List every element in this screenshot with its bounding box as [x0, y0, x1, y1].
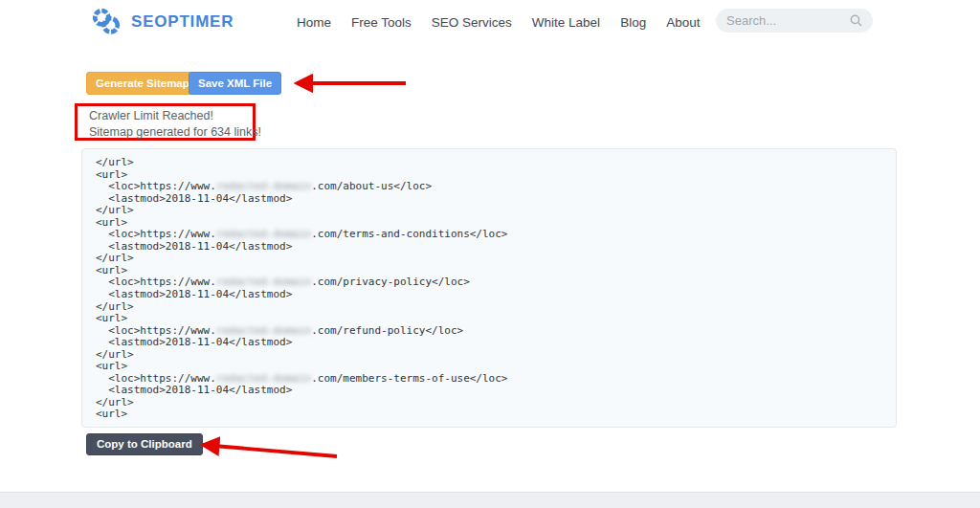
arrow-to-copy-button — [203, 445, 337, 456]
generate-sitemap-button[interactable]: Generate Sitemap — [86, 72, 199, 95]
xml-code-line: </url> — [96, 157, 882, 169]
xml-code-line: <lastmod>2018-11-04</lastmod> — [96, 241, 882, 254]
xml-code-line: </url> — [96, 349, 882, 362]
nav-item-seo-services[interactable]: SEO Services — [432, 15, 512, 30]
sitemap-links-count-message: Sitemap generated for 634 links! — [89, 124, 253, 141]
seoptimer-gears-icon — [90, 5, 122, 39]
logo-wordmark: SEOPTIMER — [131, 12, 234, 32]
xml-code-line: <lastmod>2018-11-04</lastmod> — [96, 193, 882, 206]
redacted-domain: redacted-domain — [216, 324, 311, 337]
seoptimer-logo[interactable]: SEOPTIMER — [90, 5, 234, 39]
xml-code-line: </url> — [96, 205, 882, 217]
xml-code-line: </url> — [96, 253, 882, 265]
xml-code-line: <lastmod>2018-11-04</lastmod> — [96, 289, 882, 301]
search-box[interactable] — [716, 9, 873, 33]
xml-code-line: </url> — [96, 301, 882, 314]
save-xml-file-button[interactable]: Save XML File — [189, 72, 281, 95]
crawler-status-box: Crawler Limit Reached! Sitemap generated… — [75, 103, 256, 141]
redacted-domain: redacted-domain — [216, 228, 311, 240]
redacted-domain: redacted-domain — [216, 276, 311, 288]
nav-item-blog[interactable]: Blog — [620, 15, 646, 30]
nav-item-home[interactable]: Home — [297, 15, 331, 30]
redacted-domain: redacted-domain — [216, 180, 311, 192]
copy-to-clipboard-button[interactable]: Copy to Clipboard — [86, 433, 203, 455]
nav-item-free-tools[interactable]: Free Tools — [351, 15, 412, 30]
main-nav: Home Free Tools SEO Services White Label… — [297, 0, 751, 44]
nav-item-white-label[interactable]: White Label — [532, 15, 600, 30]
nav-item-about[interactable]: About — [666, 15, 700, 30]
search-input[interactable] — [726, 13, 850, 28]
sitemap-xml-output[interactable]: </url><url> <loc>https://www.redacted-do… — [81, 148, 897, 428]
crawler-limit-message: Crawler Limit Reached! — [89, 108, 253, 124]
search-icon[interactable] — [850, 14, 862, 27]
xml-code-line: <lastmod>2018-11-04</lastmod> — [96, 337, 882, 349]
redacted-domain: redacted-domain — [216, 372, 311, 385]
xml-code-line: <url> — [96, 409, 882, 421]
footer-band — [0, 492, 980, 508]
site-header: SEOPTIMER Home Free Tools SEO Services W… — [0, 0, 980, 44]
xml-code-line: <lastmod>2018-11-04</lastmod> — [96, 385, 882, 397]
xml-code-line: </url> — [96, 397, 882, 409]
sitemap-xml-code: </url><url> <loc>https://www.redacted-do… — [96, 157, 882, 421]
